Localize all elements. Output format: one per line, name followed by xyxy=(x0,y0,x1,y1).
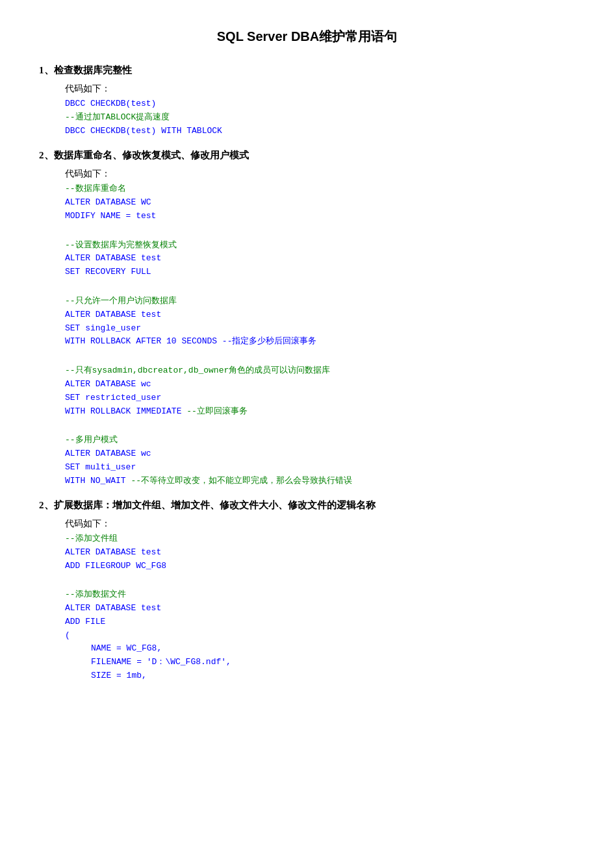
section-3: 2、扩展数据库：增加文件组、增加文件、修改文件大小、修改文件的逻辑名称 代码如下… xyxy=(39,497,575,683)
code-line: ALTER DATABASE wc xyxy=(65,378,575,391)
code-line: SIZE = 1mb, xyxy=(91,669,575,683)
section-1: 1、检查数据库完整性 代码如下： DBCC CHECKDB(test) --通过… xyxy=(39,62,575,138)
code-line: DBCC CHECKDB(test) WITH TABLOCK xyxy=(65,125,575,138)
code-line: SET restricted_user xyxy=(65,391,575,405)
code-line: MODIFY NAME = test xyxy=(65,210,575,223)
code-line: WITH ROLLBACK AFTER 10 SECONDS --指定多少秒后回… xyxy=(65,335,575,349)
code-line-with-comment: WITH ROLLBACK IMMEDIATE --立即回滚事务 xyxy=(65,405,575,419)
code-line: ALTER DATABASE wc xyxy=(65,447,575,461)
section-2-block-1: 代码如下： --数据库重命名 ALTER DATABASE WC MODIFY … xyxy=(39,167,575,223)
code-label-1: 代码如下： xyxy=(65,82,575,96)
code-comment: --添加文件组 xyxy=(65,532,575,546)
section-2-block-4: --只有sysadmin,dbcreator,db_owner角色的成员可以访问… xyxy=(39,364,575,418)
code-line: NAME = WC_FG8, xyxy=(91,642,575,656)
code-line: FILENAME = 'D：\WC_FG8.ndf', xyxy=(91,656,575,669)
page-title: SQL Server DBA维护常用语句 xyxy=(39,26,575,47)
code-line: DBCC CHECKDB(test) xyxy=(65,97,575,111)
code-comment: --设置数据库为完整恢复模式 xyxy=(65,239,575,253)
code-line: ALTER DATABASE test xyxy=(65,252,575,266)
code-line-with-comment: WITH NO_WAIT --不等待立即改变，如不能立即完成，那么会导致执行错误 xyxy=(65,475,575,488)
section-1-block-1: 代码如下： DBCC CHECKDB(test) --通过加TABLOCK提高速… xyxy=(39,82,575,138)
code-line: ADD FILE xyxy=(65,615,575,629)
code-comment: --数据库重命名 xyxy=(65,182,575,196)
section-3-heading: 2、扩展数据库：增加文件组、增加文件、修改文件大小、修改文件的逻辑名称 xyxy=(39,497,575,513)
code-comment: --多用户模式 xyxy=(65,434,575,447)
section-2: 2、数据库重命名、修改恢复模式、修改用户模式 代码如下： --数据库重命名 AL… xyxy=(39,147,575,488)
code-comment: --只有sysadmin,dbcreator,db_owner角色的成员可以访问… xyxy=(65,364,575,378)
code-comment: --通过加TABLOCK提高速度 xyxy=(65,111,575,125)
section-3-block-2: --添加数据文件 ALTER DATABASE test ADD FILE ( … xyxy=(39,588,575,683)
section-2-heading: 2、数据库重命名、修改恢复模式、修改用户模式 xyxy=(39,147,575,163)
code-comment: --只允许一个用户访问数据库 xyxy=(65,295,575,308)
code-line: ( xyxy=(65,629,575,643)
code-line: SET single_user xyxy=(65,322,575,336)
section-2-block-2: --设置数据库为完整恢复模式 ALTER DATABASE test SET R… xyxy=(39,239,575,279)
code-line: ALTER DATABASE test xyxy=(65,308,575,322)
code-comment: --添加数据文件 xyxy=(65,588,575,602)
code-line: ALTER DATABASE WC xyxy=(65,196,575,210)
code-line: ADD FILEGROUP WC_FG8 xyxy=(65,560,575,573)
section-3-block-1: 代码如下： --添加文件组 ALTER DATABASE test ADD FI… xyxy=(39,517,575,573)
code-label-2: 代码如下： xyxy=(65,167,575,181)
code-line: SET RECOVERY FULL xyxy=(65,266,575,279)
code-line: ALTER DATABASE test xyxy=(65,546,575,560)
code-label-3: 代码如下： xyxy=(65,517,575,531)
code-line: SET multi_user xyxy=(65,461,575,475)
code-line: ALTER DATABASE test xyxy=(65,602,575,615)
section-2-block-3: --只允许一个用户访问数据库 ALTER DATABASE test SET s… xyxy=(39,295,575,349)
section-1-heading: 1、检查数据库完整性 xyxy=(39,62,575,78)
section-2-block-5: --多用户模式 ALTER DATABASE wc SET multi_user… xyxy=(39,434,575,488)
